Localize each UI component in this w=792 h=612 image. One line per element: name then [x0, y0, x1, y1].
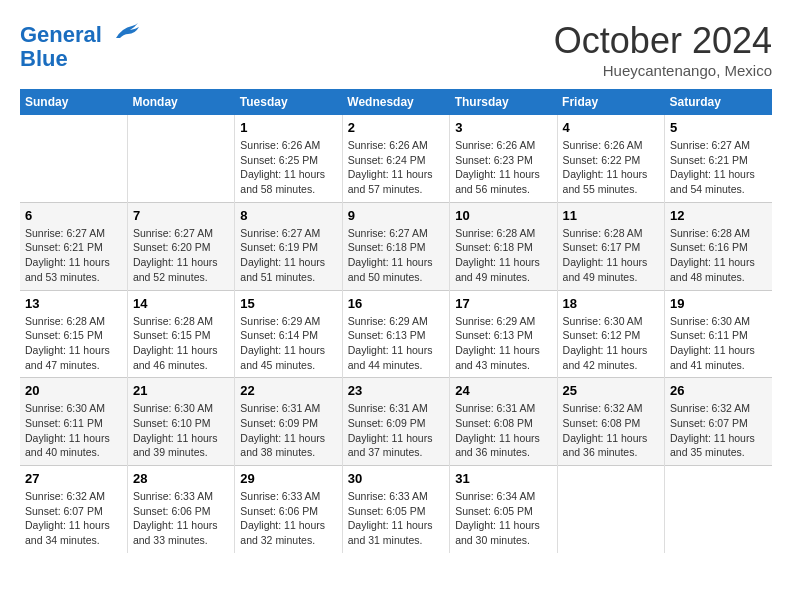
cell-info: Sunrise: 6:29 AMSunset: 6:13 PMDaylight:… [455, 314, 551, 373]
header-tuesday: Tuesday [235, 89, 342, 115]
calendar-cell: 2Sunrise: 6:26 AMSunset: 6:24 PMDaylight… [342, 115, 449, 202]
header-monday: Monday [127, 89, 234, 115]
day-number: 6 [25, 208, 122, 223]
calendar-cell: 8Sunrise: 6:27 AMSunset: 6:19 PMDaylight… [235, 202, 342, 290]
day-number: 13 [25, 296, 122, 311]
day-number: 4 [563, 120, 659, 135]
cell-info: Sunrise: 6:27 AMSunset: 6:21 PMDaylight:… [25, 226, 122, 285]
cell-info: Sunrise: 6:26 AMSunset: 6:25 PMDaylight:… [240, 138, 336, 197]
header-thursday: Thursday [450, 89, 557, 115]
cell-info: Sunrise: 6:29 AMSunset: 6:14 PMDaylight:… [240, 314, 336, 373]
week-row-2: 6Sunrise: 6:27 AMSunset: 6:21 PMDaylight… [20, 202, 772, 290]
calendar-cell: 27Sunrise: 6:32 AMSunset: 6:07 PMDayligh… [20, 466, 127, 553]
day-number: 31 [455, 471, 551, 486]
cell-info: Sunrise: 6:33 AMSunset: 6:06 PMDaylight:… [133, 489, 229, 548]
cell-info: Sunrise: 6:26 AMSunset: 6:22 PMDaylight:… [563, 138, 659, 197]
cell-info: Sunrise: 6:30 AMSunset: 6:11 PMDaylight:… [670, 314, 767, 373]
calendar-cell: 16Sunrise: 6:29 AMSunset: 6:13 PMDayligh… [342, 290, 449, 378]
day-number: 8 [240, 208, 336, 223]
calendar-cell: 7Sunrise: 6:27 AMSunset: 6:20 PMDaylight… [127, 202, 234, 290]
cell-info: Sunrise: 6:27 AMSunset: 6:20 PMDaylight:… [133, 226, 229, 285]
calendar-header-row: SundayMondayTuesdayWednesdayThursdayFrid… [20, 89, 772, 115]
week-row-3: 13Sunrise: 6:28 AMSunset: 6:15 PMDayligh… [20, 290, 772, 378]
page-header: General Blue October 2024 Hueycantenango… [20, 20, 772, 79]
calendar-cell: 20Sunrise: 6:30 AMSunset: 6:11 PMDayligh… [20, 378, 127, 466]
cell-info: Sunrise: 6:31 AMSunset: 6:08 PMDaylight:… [455, 401, 551, 460]
day-number: 18 [563, 296, 659, 311]
cell-info: Sunrise: 6:28 AMSunset: 6:16 PMDaylight:… [670, 226, 767, 285]
cell-info: Sunrise: 6:27 AMSunset: 6:21 PMDaylight:… [670, 138, 767, 197]
cell-info: Sunrise: 6:30 AMSunset: 6:10 PMDaylight:… [133, 401, 229, 460]
calendar-cell: 30Sunrise: 6:33 AMSunset: 6:05 PMDayligh… [342, 466, 449, 553]
location: Hueycantenango, Mexico [554, 62, 772, 79]
day-number: 3 [455, 120, 551, 135]
calendar-cell: 22Sunrise: 6:31 AMSunset: 6:09 PMDayligh… [235, 378, 342, 466]
cell-info: Sunrise: 6:34 AMSunset: 6:05 PMDaylight:… [455, 489, 551, 548]
day-number: 30 [348, 471, 444, 486]
day-number: 7 [133, 208, 229, 223]
month-title: October 2024 [554, 20, 772, 62]
cell-info: Sunrise: 6:29 AMSunset: 6:13 PMDaylight:… [348, 314, 444, 373]
calendar-cell: 1Sunrise: 6:26 AMSunset: 6:25 PMDaylight… [235, 115, 342, 202]
title-block: October 2024 Hueycantenango, Mexico [554, 20, 772, 79]
day-number: 28 [133, 471, 229, 486]
calendar-cell: 17Sunrise: 6:29 AMSunset: 6:13 PMDayligh… [450, 290, 557, 378]
cell-info: Sunrise: 6:32 AMSunset: 6:08 PMDaylight:… [563, 401, 659, 460]
day-number: 27 [25, 471, 122, 486]
cell-info: Sunrise: 6:28 AMSunset: 6:17 PMDaylight:… [563, 226, 659, 285]
calendar-cell: 12Sunrise: 6:28 AMSunset: 6:16 PMDayligh… [665, 202, 772, 290]
calendar-cell: 13Sunrise: 6:28 AMSunset: 6:15 PMDayligh… [20, 290, 127, 378]
calendar-cell [20, 115, 127, 202]
calendar-cell [665, 466, 772, 553]
calendar-cell: 6Sunrise: 6:27 AMSunset: 6:21 PMDaylight… [20, 202, 127, 290]
calendar-cell: 11Sunrise: 6:28 AMSunset: 6:17 PMDayligh… [557, 202, 664, 290]
cell-info: Sunrise: 6:32 AMSunset: 6:07 PMDaylight:… [670, 401, 767, 460]
week-row-1: 1Sunrise: 6:26 AMSunset: 6:25 PMDaylight… [20, 115, 772, 202]
logo: General Blue [20, 20, 140, 71]
calendar-cell: 29Sunrise: 6:33 AMSunset: 6:06 PMDayligh… [235, 466, 342, 553]
calendar-cell: 14Sunrise: 6:28 AMSunset: 6:15 PMDayligh… [127, 290, 234, 378]
calendar-cell: 25Sunrise: 6:32 AMSunset: 6:08 PMDayligh… [557, 378, 664, 466]
day-number: 29 [240, 471, 336, 486]
header-sunday: Sunday [20, 89, 127, 115]
header-saturday: Saturday [665, 89, 772, 115]
day-number: 14 [133, 296, 229, 311]
cell-info: Sunrise: 6:33 AMSunset: 6:06 PMDaylight:… [240, 489, 336, 548]
cell-info: Sunrise: 6:28 AMSunset: 6:15 PMDaylight:… [25, 314, 122, 373]
day-number: 20 [25, 383, 122, 398]
calendar-cell [557, 466, 664, 553]
cell-info: Sunrise: 6:33 AMSunset: 6:05 PMDaylight:… [348, 489, 444, 548]
calendar-cell: 23Sunrise: 6:31 AMSunset: 6:09 PMDayligh… [342, 378, 449, 466]
header-friday: Friday [557, 89, 664, 115]
day-number: 12 [670, 208, 767, 223]
calendar-cell: 19Sunrise: 6:30 AMSunset: 6:11 PMDayligh… [665, 290, 772, 378]
cell-info: Sunrise: 6:30 AMSunset: 6:11 PMDaylight:… [25, 401, 122, 460]
day-number: 26 [670, 383, 767, 398]
day-number: 11 [563, 208, 659, 223]
day-number: 9 [348, 208, 444, 223]
week-row-5: 27Sunrise: 6:32 AMSunset: 6:07 PMDayligh… [20, 466, 772, 553]
day-number: 19 [670, 296, 767, 311]
cell-info: Sunrise: 6:28 AMSunset: 6:18 PMDaylight:… [455, 226, 551, 285]
calendar-cell: 18Sunrise: 6:30 AMSunset: 6:12 PMDayligh… [557, 290, 664, 378]
calendar-cell: 26Sunrise: 6:32 AMSunset: 6:07 PMDayligh… [665, 378, 772, 466]
calendar-cell: 21Sunrise: 6:30 AMSunset: 6:10 PMDayligh… [127, 378, 234, 466]
week-row-4: 20Sunrise: 6:30 AMSunset: 6:11 PMDayligh… [20, 378, 772, 466]
calendar-table: SundayMondayTuesdayWednesdayThursdayFrid… [20, 89, 772, 553]
day-number: 24 [455, 383, 551, 398]
calendar-cell: 24Sunrise: 6:31 AMSunset: 6:08 PMDayligh… [450, 378, 557, 466]
logo-text: General [20, 20, 140, 47]
cell-info: Sunrise: 6:32 AMSunset: 6:07 PMDaylight:… [25, 489, 122, 548]
cell-info: Sunrise: 6:30 AMSunset: 6:12 PMDaylight:… [563, 314, 659, 373]
calendar-cell: 15Sunrise: 6:29 AMSunset: 6:14 PMDayligh… [235, 290, 342, 378]
calendar-cell [127, 115, 234, 202]
logo-bird-icon [112, 20, 140, 42]
cell-info: Sunrise: 6:27 AMSunset: 6:19 PMDaylight:… [240, 226, 336, 285]
cell-info: Sunrise: 6:27 AMSunset: 6:18 PMDaylight:… [348, 226, 444, 285]
header-wednesday: Wednesday [342, 89, 449, 115]
day-number: 25 [563, 383, 659, 398]
calendar-cell: 9Sunrise: 6:27 AMSunset: 6:18 PMDaylight… [342, 202, 449, 290]
calendar-cell: 4Sunrise: 6:26 AMSunset: 6:22 PMDaylight… [557, 115, 664, 202]
day-number: 5 [670, 120, 767, 135]
calendar-cell: 5Sunrise: 6:27 AMSunset: 6:21 PMDaylight… [665, 115, 772, 202]
